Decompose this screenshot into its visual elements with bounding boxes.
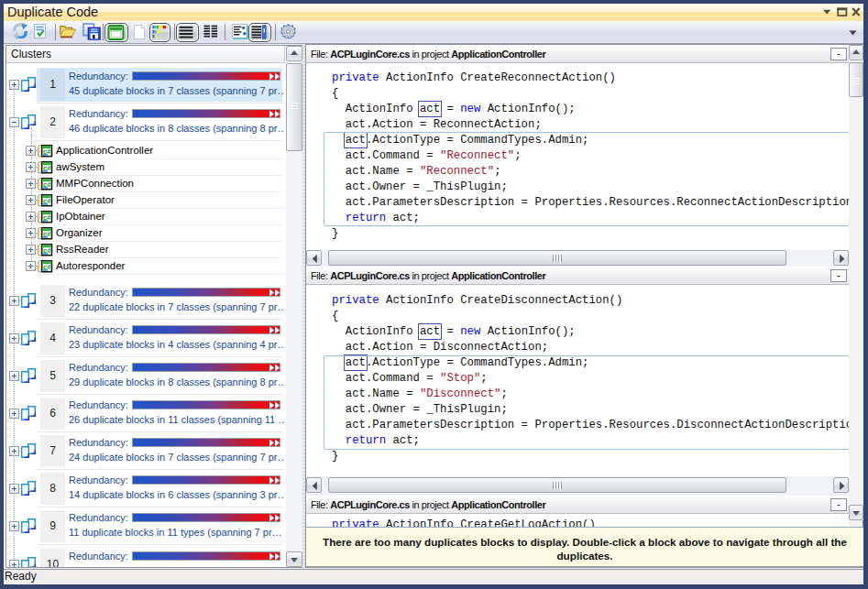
- svg-text:c#: c#: [43, 230, 51, 238]
- svg-text:c#: c#: [43, 180, 51, 189]
- svg-text:c#: c#: [43, 147, 51, 156]
- svg-text:c#: c#: [43, 263, 51, 271]
- svg-text:c#: c#: [43, 246, 51, 255]
- svg-text:c#: c#: [43, 164, 51, 172]
- svg-text:c#: c#: [43, 213, 51, 222]
- svg-text:c#: c#: [43, 197, 51, 205]
